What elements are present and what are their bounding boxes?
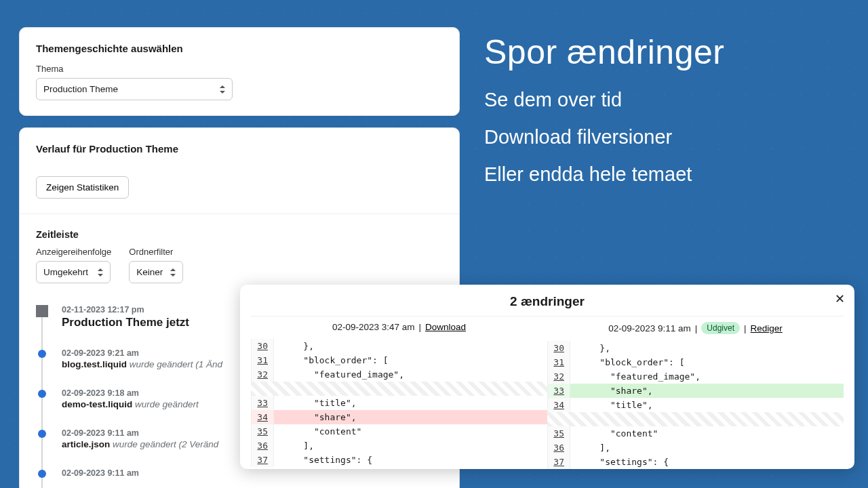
show-stats-button[interactable]: Zeigen Statistiken xyxy=(36,176,129,199)
line-text: "block_order": [ xyxy=(570,355,844,369)
line-text: ], xyxy=(274,439,547,453)
diff-code-line: 32 "featured_image", xyxy=(547,369,844,384)
line-text: "settings": { xyxy=(274,453,547,467)
line-number: 35 xyxy=(547,426,570,441)
line-text: ], xyxy=(570,441,844,455)
timeline-timestamp: 02-09-2023 9:11 am xyxy=(62,468,139,478)
timeline-filename: blog.test.liquid xyxy=(62,359,127,369)
line-text: "share", xyxy=(274,410,547,424)
timeline-heading: Zeitleiste xyxy=(36,229,443,240)
order-select[interactable]: Umgekehrt xyxy=(36,261,111,283)
diff-title: 2 ændringer xyxy=(251,294,844,309)
timeline-headline: Production Theme jetzt xyxy=(62,316,189,329)
line-number: 34 xyxy=(251,410,274,424)
timeline-change-line: demo-test.liquid wurde geändert xyxy=(62,399,199,409)
timeline-change-text: wurde geändert (1 Änd xyxy=(127,359,222,369)
download-link[interactable]: Download xyxy=(425,322,466,332)
diff-code-line: 30 }, xyxy=(547,341,844,355)
edit-link[interactable]: Rediger xyxy=(751,323,783,333)
timeline-timestamp: 02-09-2023 9:21 am xyxy=(62,348,222,358)
timeline-dot-icon xyxy=(38,470,46,478)
timeline-change-line: blog.test.liquid wurde geändert (1 Änd xyxy=(62,359,222,369)
diff-code-line: 37 "settings": { xyxy=(251,453,547,467)
line-number: 32 xyxy=(547,369,570,384)
theme-select[interactable]: Production Theme xyxy=(36,78,233,100)
timeline-change-line: article.json wurde geändert (2 Veränd xyxy=(62,439,218,449)
timeline-timestamp: 02-09-2023 9:18 am xyxy=(62,388,199,398)
line-number: 37 xyxy=(547,455,570,469)
theme-select-value: Production Theme xyxy=(43,84,118,94)
line-number: 30 xyxy=(251,339,274,353)
line-text: "featured_image", xyxy=(274,367,547,382)
line-number: 35 xyxy=(251,424,274,439)
diff-code-line: 37 "settings": { xyxy=(547,455,844,469)
theme-picker-title: Themengeschichte auswählen xyxy=(36,43,443,54)
line-number: 31 xyxy=(547,355,570,369)
select-arrows-icon xyxy=(170,268,176,277)
diff-left-timestamp: 02-09-2023 3:47 am xyxy=(332,322,415,332)
promo-line: Download filversioner xyxy=(484,119,724,156)
line-number: 33 xyxy=(547,384,570,398)
timeline-change-text: wurde geändert (2 Veränd xyxy=(110,439,218,449)
line-text: "featured_image", xyxy=(570,369,844,384)
line-number: 37 xyxy=(251,453,274,467)
diff-modal: ✕ 2 ændringer 02-09-2023 3:47 am | Downl… xyxy=(240,285,854,469)
order-select-value: Umgekehrt xyxy=(43,267,88,277)
line-number: 31 xyxy=(251,353,274,367)
timeline-timestamp: 02-09-2023 9:11 am xyxy=(62,428,218,438)
line-number: 33 xyxy=(251,396,274,410)
published-badge: Udgivet xyxy=(701,322,740,334)
snapshot-icon xyxy=(36,305,48,317)
line-number: 30 xyxy=(547,341,570,355)
line-text: "content" xyxy=(570,426,844,441)
diff-placeholder-row xyxy=(251,382,547,396)
divider xyxy=(20,214,459,214)
diff-code-line: 36 ], xyxy=(547,441,844,455)
select-arrows-icon xyxy=(220,85,225,94)
line-number: 36 xyxy=(547,441,570,455)
timeline-filename: article.json xyxy=(62,439,110,449)
diff-placeholder-row xyxy=(547,412,844,426)
timeline-dot-icon xyxy=(38,350,46,358)
diff-code-line: 35 "content" xyxy=(251,424,547,439)
diff-code-line: 30 }, xyxy=(251,339,547,353)
diff-code-line: 32 "featured_image", xyxy=(251,367,547,382)
filter-label: Ordnerfilter xyxy=(129,247,183,257)
timeline-dot-icon xyxy=(38,430,46,438)
filter-select-value: Keiner xyxy=(136,267,163,277)
promo-line: Eller endda hele temaet xyxy=(484,156,724,193)
theme-select-label: Thema xyxy=(36,64,443,74)
line-number: 34 xyxy=(547,398,570,412)
promo-copy: Spor ændringer Se dem over tid Download … xyxy=(484,33,724,193)
diff-code-line: 31 "block_order": [ xyxy=(547,355,844,369)
diff-code-line: 36 ], xyxy=(251,439,547,453)
timeline-dot-icon xyxy=(38,390,46,398)
diff-code-line: 31 "block_order": [ xyxy=(251,353,547,367)
history-title: Verlauf für Production Theme xyxy=(36,143,443,155)
line-number: 32 xyxy=(251,367,274,382)
diff-code-line: 34 "share", xyxy=(251,410,547,424)
line-text: }, xyxy=(274,339,547,353)
line-number: 36 xyxy=(251,439,274,453)
diff-code-line: 35 "content" xyxy=(547,426,844,441)
line-text: "content" xyxy=(274,424,547,439)
diff-right: 02-09-2023 9:11 am | Udgivet | Rediger 3… xyxy=(547,317,844,469)
diff-left: 02-09-2023 3:47 am | Download 30 },31 "b… xyxy=(251,317,547,469)
line-text: "title", xyxy=(274,396,547,410)
timeline-timestamp: 02-11-2023 12:17 pm xyxy=(62,305,189,314)
order-label: Anzeigereihenfolge xyxy=(36,247,111,257)
promo-title: Spor ændringer xyxy=(484,33,724,72)
line-text: "title", xyxy=(570,398,844,412)
close-icon[interactable]: ✕ xyxy=(835,291,845,306)
line-text: "share", xyxy=(570,384,844,398)
line-text: "block_order": [ xyxy=(274,353,547,367)
timeline-filename: demo-test.liquid xyxy=(62,399,132,409)
timeline-change-text: wurde geändert xyxy=(132,399,199,409)
diff-code-line: 33 "title", xyxy=(251,396,547,410)
filter-select[interactable]: Keiner xyxy=(129,261,183,283)
line-text: "settings": { xyxy=(570,455,844,469)
line-text: }, xyxy=(570,341,844,355)
select-arrows-icon xyxy=(98,268,103,277)
diff-right-timestamp: 02-09-2023 9:11 am xyxy=(608,323,691,333)
promo-line: Se dem over tid xyxy=(484,81,724,119)
